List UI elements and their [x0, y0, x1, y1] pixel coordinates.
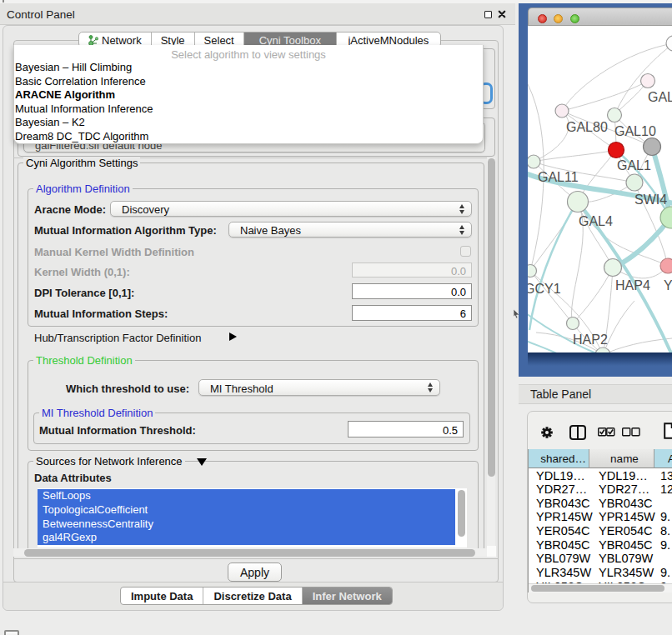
svg-text:SWI4: SWI4	[634, 192, 667, 207]
svg-text:GAL7: GAL7	[648, 90, 672, 104]
svg-text:GAL4: GAL4	[579, 214, 613, 228]
svg-text:GAL80: GAL80	[566, 120, 608, 134]
svg-text:YE: YE	[664, 278, 672, 292]
svg-text:HAP4: HAP4	[615, 278, 650, 292]
svg-text:HAP2: HAP2	[573, 332, 608, 347]
svg-text:GAL11: GAL11	[538, 170, 579, 184]
svg-text:GAL1: GAL1	[617, 158, 651, 172]
svg-text:GAL10: GAL10	[614, 124, 656, 138]
svg-text:GCY1: GCY1	[528, 282, 561, 296]
